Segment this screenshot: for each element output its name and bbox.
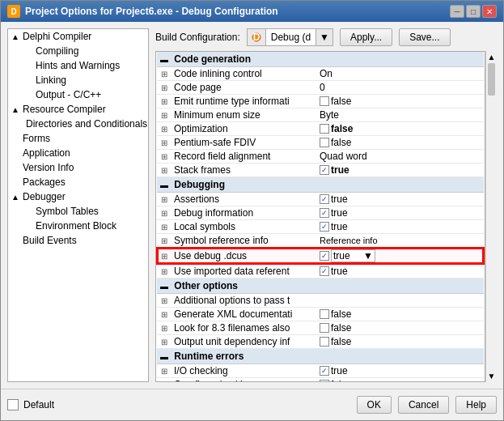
prop-name: Additional options to pass t: [171, 294, 316, 308]
prop-row-code-inlining[interactable]: ⊞ Code inlining control On: [157, 67, 484, 81]
section-toggle-icon[interactable]: ▬: [160, 55, 168, 64]
prop-row-stack-frames[interactable]: ⊞ Stack frames true: [157, 164, 484, 177]
prop-name: Code page: [171, 81, 316, 95]
prop-row-generate-xml[interactable]: ⊞ Generate XML documentati false: [157, 308, 484, 321]
tree-item-delphi-compiler[interactable]: ▲ Delphi Compiler: [8, 29, 148, 44]
checkbox-icon[interactable]: [320, 266, 329, 276]
prop-row-io-checking[interactable]: ⊞ I/O checking true: [157, 364, 484, 378]
tree-item-version-info[interactable]: Version Info: [8, 160, 148, 175]
prop-row-minimum-enum[interactable]: ⊞ Minimum enum size Byte: [157, 108, 484, 122]
checkbox-icon[interactable]: [320, 251, 329, 261]
default-checkbox[interactable]: [7, 399, 19, 410]
maximize-button[interactable]: □: [466, 5, 481, 18]
prop-row-optimization[interactable]: ⊞ Optimization false: [157, 122, 484, 136]
prop-value: false: [316, 308, 484, 321]
prop-value: false: [316, 378, 484, 383]
left-panel: ▲ Delphi Compiler Compiling Hints and Wa…: [7, 28, 149, 382]
minimize-button[interactable]: ─: [450, 5, 464, 18]
checkbox-icon[interactable]: [320, 138, 329, 147]
title-bar: D Project Options for Project6.exe - Deb…: [1, 1, 503, 22]
help-button[interactable]: Help: [455, 396, 497, 414]
prop-value-container: false: [320, 123, 481, 134]
save-button[interactable]: Save...: [399, 28, 450, 46]
prop-value-container: false: [320, 137, 481, 148]
prop-name: Code inlining control: [171, 67, 316, 81]
tree-item-environment-block[interactable]: Environment Block: [8, 219, 148, 233]
close-button[interactable]: ✕: [482, 5, 497, 18]
tree-item-symbol-tables[interactable]: Symbol Tables: [8, 204, 148, 219]
tree-label: Delphi Compiler: [23, 31, 91, 42]
checkbox-icon[interactable]: [320, 323, 329, 333]
prop-value: true: [316, 164, 484, 177]
prop-row-pentium[interactable]: ⊞ Pentium-safe FDIV false: [157, 136, 484, 150]
apply-button[interactable]: Apply...: [340, 28, 392, 46]
prop-value: 0: [316, 81, 484, 95]
dropdown-value[interactable]: true ▼: [331, 249, 375, 262]
tree-item-forms[interactable]: Forms: [8, 131, 148, 146]
scroll-down-btn[interactable]: ▼: [486, 372, 497, 382]
title-bar-left: D Project Options for Project6.exe - Deb…: [7, 5, 278, 18]
tree-item-packages[interactable]: Packages: [8, 175, 148, 189]
prop-row-code-page[interactable]: ⊞ Code page 0: [157, 81, 484, 95]
prop-row-output-unit[interactable]: ⊞ Output unit dependency inf false: [157, 335, 484, 349]
checkbox-icon[interactable]: [320, 337, 329, 347]
prop-row-use-imported[interactable]: ⊞ Use imported data referent true: [157, 264, 484, 279]
section-label: Code generation: [174, 53, 251, 65]
checkbox-icon[interactable]: [320, 124, 329, 134]
value-text: true: [331, 193, 348, 205]
tree-item-output-cpp[interactable]: Output - C/C++: [8, 87, 148, 102]
expand-icon: ⊞: [157, 220, 171, 234]
tree-item-directories[interactable]: Directories and Conditionals: [8, 117, 148, 131]
prop-name: Look for 8.3 filenames also: [171, 321, 316, 335]
checkbox-icon[interactable]: [320, 380, 329, 382]
prop-row-debug-info[interactable]: ⊞ Debug information true: [157, 206, 484, 220]
tree-label: Output - C/C++: [36, 89, 101, 100]
tree-item-compiling[interactable]: Compiling: [8, 44, 148, 58]
expand-icon: ⊞: [157, 321, 171, 335]
prop-value-container: true: [320, 266, 481, 277]
tree-label: Compiling: [36, 45, 78, 57]
expand-icon: ⊞: [157, 81, 171, 95]
scroll-thumb[interactable]: [488, 63, 495, 96]
prop-row-use-debug-dcus[interactable]: ⊞ Use debug .dcus true ▼: [157, 248, 484, 264]
cancel-button[interactable]: Cancel: [398, 396, 449, 414]
prop-row-local-symbols[interactable]: ⊞ Local symbols true: [157, 220, 484, 234]
prop-name: Symbol reference info: [171, 234, 316, 249]
tree-item-linking[interactable]: Linking: [8, 73, 148, 87]
checkbox-icon[interactable]: [320, 208, 329, 218]
prop-row-additional-options[interactable]: ⊞ Additional options to pass t: [157, 294, 484, 308]
checkbox-icon[interactable]: [320, 194, 329, 204]
prop-row-symbol-ref[interactable]: ⊞ Symbol reference info Reference info: [157, 234, 484, 249]
svg-text:D: D: [252, 32, 260, 43]
tree-item-debugger[interactable]: ▲ Debugger: [8, 189, 148, 204]
section-toggle-icon[interactable]: ▬: [160, 181, 168, 189]
checkbox-icon[interactable]: [320, 165, 329, 175]
main-dialog: D Project Options for Project6.exe - Deb…: [0, 0, 504, 421]
checkbox-icon[interactable]: [320, 222, 329, 232]
ok-button[interactable]: OK: [357, 396, 392, 414]
footer-left: Default: [7, 399, 54, 410]
section-toggle-icon[interactable]: ▬: [160, 352, 168, 361]
props-panel: ▬ Code generation ⊞ Code inlining contro…: [155, 51, 485, 382]
section-toggle-icon[interactable]: ▬: [160, 282, 168, 291]
vertical-scrollbar[interactable]: ▲ ▼: [485, 51, 497, 382]
prop-value: true ▼: [316, 248, 484, 264]
checkbox-icon[interactable]: [320, 366, 329, 376]
tree-item-application[interactable]: Application: [8, 146, 148, 160]
checkbox-icon[interactable]: [320, 96, 329, 106]
tree-item-resource-compiler[interactable]: ▲ Resource Compiler: [8, 102, 148, 117]
prop-row-overflow[interactable]: ⊞ Overflow checking false: [157, 378, 484, 383]
build-config-dropdown[interactable]: D Debug (d ▼: [247, 28, 333, 46]
dropdown-arrow-icon[interactable]: ▼: [316, 29, 332, 45]
expand-icon: ⊞: [157, 294, 171, 308]
checkbox-icon[interactable]: [320, 309, 329, 319]
tree-item-hints-warnings[interactable]: Hints and Warnings: [8, 58, 148, 73]
prop-row-look-83[interactable]: ⊞ Look for 8.3 filenames also false: [157, 321, 484, 335]
prop-row-assertions[interactable]: ⊞ Assertions true: [157, 193, 484, 206]
prop-row-record-field[interactable]: ⊞ Record field alignment Quad word: [157, 150, 484, 164]
prop-row-emit-runtime[interactable]: ⊞ Emit runtime type informati false: [157, 95, 484, 108]
scroll-up-btn[interactable]: ▲: [486, 51, 497, 62]
tree-label: Forms: [23, 133, 50, 144]
tree-item-build-events[interactable]: Build Events: [8, 233, 148, 248]
arrow-icon: ▲: [11, 105, 21, 114]
